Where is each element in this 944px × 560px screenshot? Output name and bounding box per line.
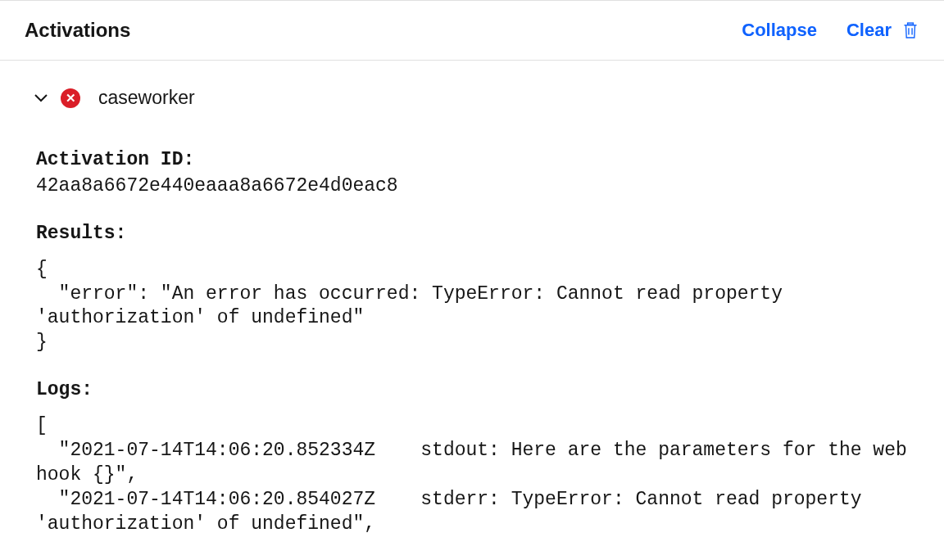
results-label: Results:	[36, 222, 908, 246]
clear-button[interactable]: Clear	[846, 20, 892, 41]
collapse-button[interactable]: Collapse	[742, 20, 817, 41]
activation-id-label: Activation ID:	[36, 148, 908, 173]
clear-group: Clear	[846, 20, 919, 41]
activation-id-value: 42aa8a6672e440eaaa8a6672e4d0eac8	[36, 174, 908, 199]
x-glyph: ✕	[66, 92, 76, 104]
error-icon: ✕	[61, 88, 80, 108]
panel-header: Activations Collapse Clear	[0, 1, 944, 61]
logs-body: [ "2021-07-14T14:06:20.852334Z stdout: H…	[36, 414, 908, 536]
svg-rect-0	[908, 23, 914, 25]
activations-panel: Activations Collapse Clear	[0, 0, 944, 537]
activation-name: caseworker	[98, 87, 195, 109]
logs-label: Logs:	[36, 378, 908, 403]
results-body: { "error": "An error has occurred: TypeE…	[36, 258, 908, 356]
chevron-down-icon[interactable]	[34, 94, 48, 102]
header-actions: Collapse Clear	[742, 20, 919, 41]
activation-row[interactable]: ✕ caseworker	[0, 61, 944, 122]
panel-title: Activations	[25, 19, 130, 42]
trash-icon[interactable]	[901, 20, 919, 40]
activation-details: Activation ID: 42aa8a6672e440eaaa8a6672e…	[0, 122, 944, 537]
